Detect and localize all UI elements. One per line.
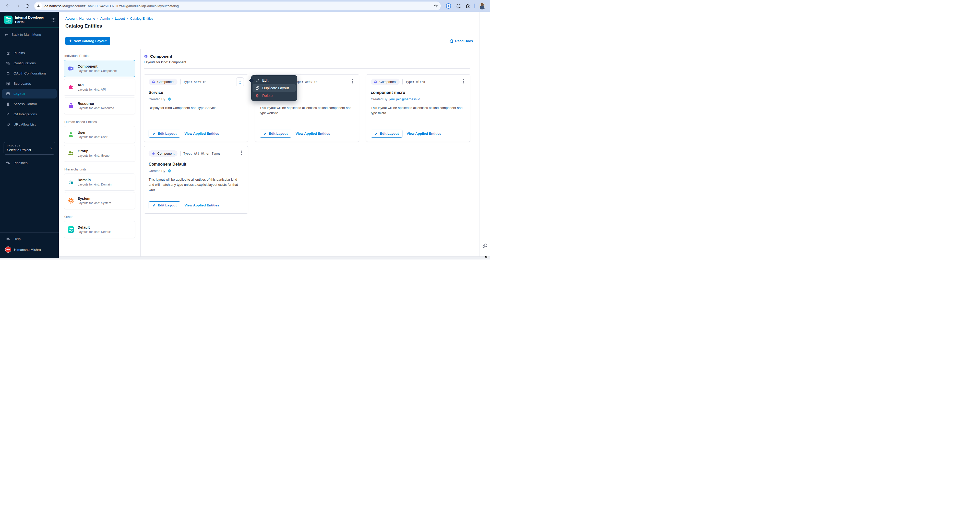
card-menu-button[interactable] [236,77,244,86]
kind-title: Component [150,54,172,59]
puzzle-icon [67,84,74,90]
kind-subtitle: Layouts for kind: Component [144,60,470,64]
browser-menu-icon[interactable] [490,3,490,8]
sidebar-user[interactable]: HM Himanshu Mishra [2,244,57,255]
user-avatar: HM [5,246,11,252]
chip-icon [152,80,155,84]
group-icon [67,150,74,157]
section-label: Other [64,215,135,219]
user-name: Himanshu Mishra [14,248,41,252]
entity-kind-api[interactable]: API Layouts for kind: API [64,79,135,96]
entity-kind-default[interactable]: Default Layouts for kind: Default [64,221,135,238]
chip-icon [67,65,74,72]
git-branch-icon [6,112,10,116]
browser-reload-button[interactable] [23,2,32,10]
arrow-right-icon [15,3,20,8]
entity-kind-texts: Domain Layouts for kind: Domain [78,178,111,186]
view-applied-entities-link[interactable]: View Applied Entities [185,132,220,135]
vertical-divider [180,151,181,156]
breadcrumb-admin[interactable]: Admin [100,17,110,21]
edit-layout-button[interactable]: Edit Layout [260,130,291,138]
card-menu-button[interactable] [461,78,466,84]
edit-layout-button[interactable]: Edit Layout [149,201,180,209]
view-applied-entities-link[interactable]: View Applied Entities [296,132,331,135]
context-menu-delete[interactable]: Delete [253,92,296,100]
sidebar-item-oauth-configurations[interactable]: OAuth Configurations [2,69,57,78]
layout-cards-area: Component Layouts for kind: Component Co… [141,49,479,256]
address-bar[interactable]: qa.harness.io/ng/account/zEaak-FLS425IEO… [34,2,441,10]
gears-icon [6,61,10,65]
entity-kind-resource[interactable]: Resource Layouts for kind: Resource [64,97,135,114]
harness-icon [167,97,172,101]
pencil-icon [152,132,156,135]
browser-forward-button[interactable] [13,2,22,10]
onepassword-extension-icon[interactable] [445,3,452,9]
card-menu-button[interactable] [351,78,355,84]
idp-logo-icon [67,226,74,233]
puzzle-icon [6,51,10,55]
layout-card-service: Component Type: service Service Created … [144,74,248,142]
breadcrumb-account[interactable]: Account: Harness.io [65,17,95,21]
entity-kind-component[interactable]: Component Layouts for kind: Component [64,60,135,77]
entity-kind-group[interactable]: Group Layouts for kind: Group [64,145,135,162]
project-selector[interactable]: PROJECT Select a Project › [3,142,55,155]
sidebar-item-access-control[interactable]: Access Control [2,99,57,109]
created-by-email-link[interactable]: jenil.jain@harness.io [390,97,420,101]
card-footer: Edit Layout View Applied Entities [260,130,355,138]
browser-profile-avatar[interactable] [479,3,486,10]
sidebar-item-configurations[interactable]: Configurations [2,59,57,68]
entity-kind-system[interactable]: System Layouts for kind: System [64,192,135,209]
layout-description: This layout will be applied to all entit… [371,105,466,115]
browser-back-button[interactable] [3,2,12,10]
building-icon [67,179,74,186]
sidebar-item-pipelines[interactable]: Pipelines [2,158,57,168]
chevron-right-icon: › [50,146,52,151]
read-docs-link[interactable]: Read Docs [449,39,473,43]
view-applied-entities-link[interactable]: View Applied Entities [185,203,220,207]
layout-description: Display for Kind Component and Type Serv… [149,105,243,111]
back-to-main-menu[interactable]: Back to Main Menu [0,28,59,41]
edit-layout-button[interactable]: Edit Layout [149,130,180,138]
sidebar-nav: Plugins Configurations OAuth Configurati… [0,41,59,129]
layout-description: This layout will be applied to all entit… [260,105,355,115]
breadcrumb-catalog-entities[interactable]: Catalog Entities [130,17,153,21]
support-chat-icon[interactable] [482,243,488,250]
layout-cards-grid: Component Type: service Service Created … [144,74,470,214]
edit-layout-button[interactable]: Edit Layout [371,130,402,138]
sidebar-item-git-integrations[interactable]: Git Integrations [2,110,57,119]
loading-extension-icon[interactable] [455,3,461,9]
sidebar-bottom: ? Help HM Himanshu Mishra [0,232,59,258]
briefcase-icon [67,103,74,109]
user-icon [67,132,74,138]
plus-icon: + [69,38,72,43]
sidebar-item-layout[interactable]: Layout [2,89,57,98]
context-menu-duplicate-layout[interactable]: Duplicate Layout [253,84,296,92]
layout-icon [6,92,10,96]
lock-icon [6,71,10,76]
view-applied-entities-link[interactable]: View Applied Entities [407,132,441,135]
card-footer: Edit Layout View Applied Entities [149,130,243,138]
layout-title: Component Default [149,162,243,167]
chip-icon [152,152,155,156]
bookmark-star-icon[interactable] [434,3,438,8]
sidebar-item-plugins[interactable]: Plugins [2,48,57,58]
type-text: Type: service [183,80,206,84]
layout-title: Service [149,90,243,95]
module-grid-icon[interactable] [51,17,56,22]
context-menu-edit[interactable]: Edit [253,76,296,84]
sidebar-item-url-allow-list[interactable]: URL Allow List [2,120,57,129]
new-catalog-layout-button[interactable]: + New Catalog Layout [65,37,110,45]
extensions-puzzle-icon[interactable] [465,3,471,9]
entity-kind-domain[interactable]: Domain Layouts for kind: Domain [64,173,135,190]
breadcrumb-layout[interactable]: Layout [115,17,125,21]
mouse-cursor [484,256,489,259]
entity-kind-texts: Component Layouts for kind: Component [78,64,117,73]
trash-icon [255,94,259,98]
app-title: Internal Developer Portal [15,16,49,24]
card-menu-button[interactable] [240,150,243,156]
site-settings-icon[interactable] [35,3,42,10]
sidebar-item-help[interactable]: ? Help [2,234,57,244]
entity-kind-user[interactable]: User Layouts for kind: User [64,126,135,143]
sidebar-item-scorecards[interactable]: Scorecards [2,79,57,88]
created-by: Created By jenil.jain@harness.io [371,97,466,101]
